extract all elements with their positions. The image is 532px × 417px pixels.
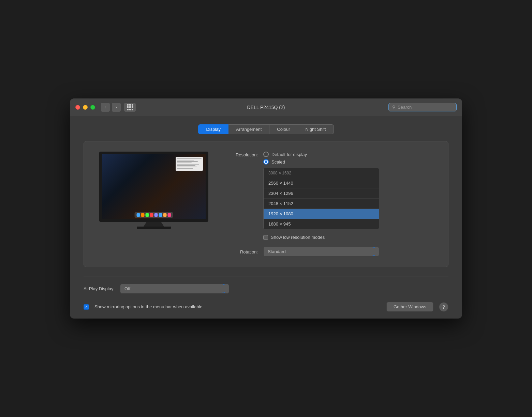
- low-res-checkbox[interactable]: [263, 235, 268, 240]
- tabs: Display Arrangement Colour Night Shift: [84, 124, 448, 134]
- grid-button[interactable]: [124, 103, 136, 112]
- search-icon: ⚲: [392, 105, 396, 110]
- minimize-button[interactable]: [83, 105, 88, 110]
- dock-icon: [146, 213, 149, 217]
- rotation-select[interactable]: Standard 90° 180° 270°: [263, 247, 379, 257]
- resolution-label: Resolution:: [227, 152, 258, 157]
- nav-buttons: ‹ ›: [101, 103, 136, 112]
- tab-colour[interactable]: Colour: [269, 124, 298, 134]
- resolution-default-row: Default for display: [263, 152, 379, 157]
- monitor-screen: [102, 154, 206, 219]
- mirroring-row: ✓ Show mirroring options in the menu bar…: [70, 302, 462, 319]
- mirroring-checkbox[interactable]: ✓: [84, 304, 89, 310]
- content-area: Display Arrangement Colour Night Shift: [70, 116, 462, 277]
- forward-button[interactable]: ›: [112, 103, 121, 112]
- traffic-lights: [75, 105, 95, 110]
- rotation-label: Rotation:: [227, 249, 258, 254]
- search-input[interactable]: [398, 105, 453, 110]
- dock-icon: [168, 213, 171, 217]
- resolution-default-radio[interactable]: [263, 152, 269, 157]
- airplay-row: AirPlay Display: Off On ⌃⌄: [70, 277, 462, 302]
- resolution-default-label: Default for display: [271, 152, 307, 157]
- titlebar: ‹ › DELL P2415Q (2) ⚲: [70, 98, 462, 116]
- resolution-item-selected[interactable]: 1920 × 1080: [264, 209, 379, 219]
- resolution-item[interactable]: 1680 × 945: [264, 219, 379, 229]
- window: ‹ › DELL P2415Q (2) ⚲ Display Arrangemen…: [70, 98, 462, 319]
- resolution-item[interactable]: 2304 × 1296: [264, 188, 379, 199]
- dock-icon: [150, 213, 153, 217]
- resolution-scaled-radio[interactable]: [263, 159, 269, 165]
- grid-icon: [127, 104, 133, 110]
- tab-arrangement[interactable]: Arrangement: [228, 124, 269, 134]
- close-button[interactable]: [75, 105, 80, 110]
- airplay-select-wrapper: Off On ⌃⌄: [120, 284, 229, 294]
- main-panel: Resolution: Default for display Scaled: [84, 141, 448, 267]
- tab-display[interactable]: Display: [198, 124, 228, 134]
- dock-icon: [141, 213, 145, 217]
- monitor-dock: [135, 212, 173, 218]
- resolution-list: 3008 × 1692 2560 × 1440 2304 × 1296 2048…: [263, 168, 379, 229]
- dock-icon: [159, 213, 162, 217]
- resolution-item[interactable]: 2560 × 1440: [264, 178, 379, 188]
- monitor-stand: [144, 222, 164, 227]
- window-title: DELL P2415Q (2): [247, 105, 285, 110]
- resolution-options: Default for display Scaled 3008 × 1692 2…: [263, 152, 379, 229]
- desktop-window: [176, 157, 203, 171]
- tab-night-shift[interactable]: Night Shift: [298, 124, 334, 134]
- checkmark-icon: ✓: [85, 305, 88, 309]
- back-button[interactable]: ‹: [101, 103, 110, 112]
- dock-icon: [154, 213, 158, 217]
- low-res-label: Show low resolution modes: [271, 235, 325, 240]
- dock-icon: [163, 213, 167, 217]
- mirroring-label: Show mirroring options in the menu bar w…: [94, 304, 381, 309]
- monitor-base: [137, 227, 171, 229]
- rotation-select-wrapper: Standard 90° 180° 270° ⌃⌄: [263, 247, 379, 257]
- settings-panel: Resolution: Default for display Scaled: [227, 152, 434, 257]
- resolution-item[interactable]: 2048 × 1152: [264, 199, 379, 209]
- resolution-scaled-label: Scaled: [271, 159, 285, 165]
- low-res-row: Show low resolution modes: [263, 235, 434, 240]
- maximize-button[interactable]: [90, 105, 95, 110]
- monitor-frame: [99, 152, 208, 222]
- airplay-label: AirPlay Display:: [84, 286, 115, 291]
- resolution-item[interactable]: 3008 × 1692: [264, 168, 379, 178]
- dock-icon: [137, 213, 140, 217]
- resolution-section: Resolution: Default for display Scaled: [227, 152, 434, 229]
- gather-windows-button[interactable]: Gather Windows: [386, 302, 433, 312]
- help-button[interactable]: ?: [439, 302, 448, 312]
- resolution-scaled-row: Scaled: [263, 159, 379, 165]
- monitor-preview: [98, 152, 210, 229]
- rotation-row: Rotation: Standard 90° 180° 270° ⌃⌄: [227, 247, 434, 257]
- search-box[interactable]: ⚲: [388, 103, 457, 111]
- airplay-select[interactable]: Off On: [120, 284, 229, 294]
